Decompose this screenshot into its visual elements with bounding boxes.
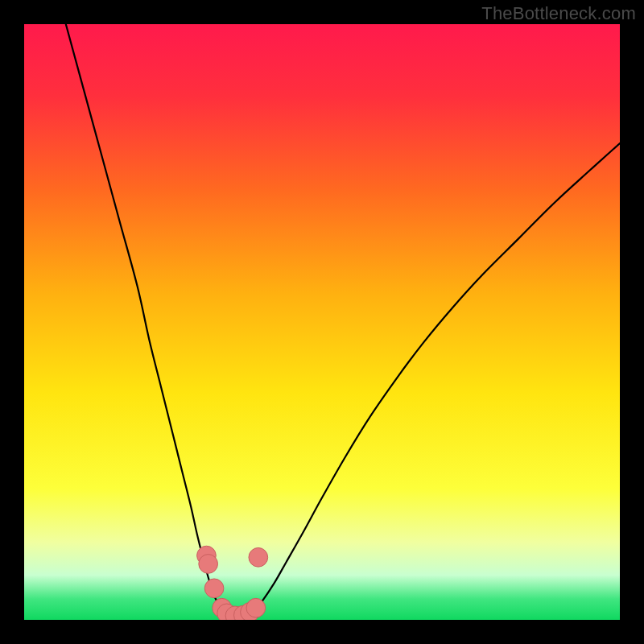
plot-area [24,24,620,620]
chart-frame: TheBottleneck.com [0,0,644,644]
chart-svg [24,24,620,620]
dot-9 [249,547,268,567]
dot-1 [199,555,218,574]
dot-8 [246,598,266,617]
dot-2 [204,579,224,598]
watermark-text: TheBottleneck.com [481,3,636,24]
gradient-background [24,24,620,620]
